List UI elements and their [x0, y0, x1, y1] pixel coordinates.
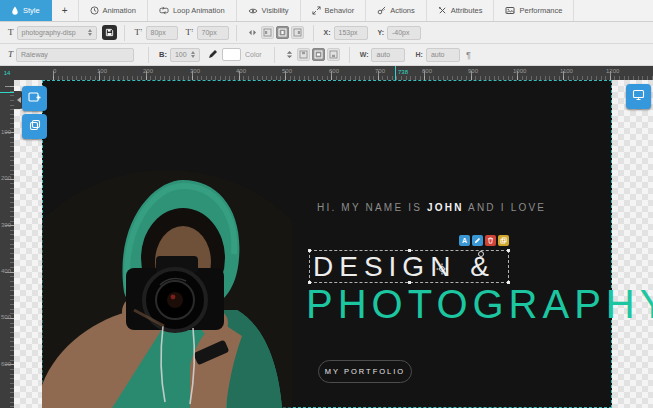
slide[interactable]: HI. MY NAME IS JOHN AND I LOVE A DESIGN … — [42, 80, 612, 408]
height-input[interactable]: auto — [426, 48, 460, 62]
preview-button[interactable] — [626, 84, 651, 109]
selection-handle[interactable] — [308, 249, 311, 252]
ruler-tick-label: 800 — [422, 68, 432, 74]
paragraph-settings-button[interactable]: ¶ — [466, 50, 471, 60]
pencil-icon — [474, 237, 481, 245]
photographer-photo — [42, 150, 292, 408]
pen-icon — [208, 49, 218, 60]
x-position-input[interactable]: 153px — [334, 26, 368, 40]
w-label: W: — [360, 51, 369, 58]
font-family-icon: T — [8, 50, 13, 59]
font-size-icon: T↑ — [135, 28, 143, 37]
weight-value: 100 — [175, 51, 187, 58]
floppy-icon — [105, 28, 114, 38]
divider — [236, 25, 237, 41]
loop-icon — [159, 6, 169, 15]
divider — [148, 47, 149, 63]
horizontal-ruler[interactable]: 0 100 200 300 400 500 600 700 800 900 10… — [14, 66, 653, 80]
ruler-corner: 14 — [0, 66, 14, 80]
tab-label: Behavior — [325, 6, 355, 15]
hero-subtitle[interactable]: HI. MY NAME IS JOHN AND I LOVE — [317, 202, 546, 213]
align-v-bottom-button[interactable] — [327, 48, 340, 61]
w-value: auto — [376, 51, 390, 58]
font-size-input[interactable]: 80px — [146, 26, 178, 40]
align-v-top-button[interactable] — [297, 48, 310, 61]
divider — [274, 47, 275, 63]
tab-behavior[interactable]: Behavior — [301, 0, 367, 21]
divider — [124, 25, 125, 41]
subtitle-prefix: HI. MY NAME IS — [317, 202, 427, 213]
selected-text-element[interactable]: DESIGN & — [309, 250, 509, 283]
edit-button[interactable] — [472, 235, 483, 246]
toolbar-typography: T photography-disp T↑ 80px T↕ 70px X: 15… — [0, 22, 653, 44]
key-icon — [377, 6, 386, 15]
ruler-tick-label: 900 — [468, 68, 478, 74]
canvas: HI. MY NAME IS JOHN AND I LOVE A DESIGN … — [14, 80, 653, 408]
selection-handle[interactable] — [507, 249, 510, 252]
add-slide-button[interactable] — [22, 86, 47, 111]
tab-animation[interactable]: Animation — [79, 0, 148, 21]
tab-label: Attributes — [451, 6, 483, 15]
tab-attributes[interactable]: Attributes — [427, 0, 495, 21]
font-family-input[interactable]: Raleway — [16, 48, 134, 62]
tab-style[interactable]: Style — [0, 0, 52, 21]
align-h-center-button[interactable] — [276, 26, 289, 39]
ruler-tick-label: 0 — [53, 68, 56, 74]
subtitle-name: JOHN — [427, 202, 464, 213]
y-value: -40px — [392, 29, 410, 36]
font-style-select[interactable]: photography-disp — [17, 26, 97, 40]
tab-performance[interactable]: Performance — [494, 0, 574, 21]
tab-label: Performance — [519, 6, 562, 15]
ruler-tick-label: 600 — [329, 68, 339, 74]
text-style-button[interactable]: A — [459, 235, 470, 246]
expand-arrows-icon — [312, 6, 321, 15]
portfolio-button[interactable]: MY PORTFOLIO — [318, 360, 412, 383]
line-height-input[interactable]: 70px — [197, 26, 229, 40]
chevron-left-icon — [17, 97, 21, 103]
cursor-y-readout: 14 — [4, 70, 11, 76]
font-weight-input[interactable]: 100 — [170, 48, 200, 62]
tab-label: Actions — [390, 6, 415, 15]
tab-bar: Style + Animation Loop Animation Visibil… — [0, 0, 653, 22]
tab-visibility[interactable]: Visibility — [237, 0, 301, 21]
drop-icon — [11, 6, 19, 15]
y-position-input[interactable]: -40px — [387, 26, 421, 40]
align-v-middle-button[interactable] — [312, 48, 325, 61]
cursor-y-marker — [0, 92, 14, 93]
save-style-button[interactable] — [102, 25, 117, 40]
add-slide-icon — [28, 91, 41, 106]
font-family-value: Raleway — [21, 51, 48, 58]
ruler-tick-label: 700 — [375, 68, 385, 74]
ruler-tick-label: 500 — [282, 68, 292, 74]
align-h-left-button[interactable] — [261, 26, 274, 39]
add-panel-tab-button[interactable]: + — [52, 0, 79, 21]
tab-label: Loop Animation — [173, 6, 225, 15]
duplicate-button[interactable] — [498, 235, 509, 246]
selection-handle[interactable] — [408, 249, 411, 252]
text-color-swatch[interactable] — [222, 48, 241, 61]
ruler-tick-label: 100 — [97, 68, 107, 74]
rotation-handle[interactable] — [478, 251, 484, 257]
align-h-right-button[interactable] — [291, 26, 304, 39]
ruler-tick-label: 600 — [1, 361, 11, 367]
tab-loop-animation[interactable]: Loop Animation — [148, 0, 237, 21]
ruler-tick-label: 1100 — [560, 68, 573, 74]
hero-title-line1: DESIGN & — [310, 253, 495, 281]
plus-label: + — [62, 5, 68, 16]
font-style-icon: T — [8, 28, 14, 37]
select-arrows-icon — [88, 29, 92, 36]
tab-actions[interactable]: Actions — [366, 0, 427, 21]
font-size-value: 80px — [151, 29, 166, 36]
weight-label: B: — [159, 50, 167, 59]
trash-icon — [487, 237, 494, 245]
h-value: auto — [431, 51, 445, 58]
tab-label: Animation — [103, 6, 136, 15]
image-icon — [505, 6, 515, 15]
duplicate-slide-button[interactable] — [22, 114, 47, 139]
vertical-ruler[interactable]: 100 200 300 400 500 600 — [0, 80, 14, 408]
hero-title-line2[interactable]: PHOTOGRAPHY — [306, 284, 653, 324]
vertical-axis-icon — [286, 50, 293, 59]
width-input[interactable]: auto — [371, 48, 405, 62]
delete-button[interactable] — [485, 235, 496, 246]
ruler-tick-label: 400 — [236, 68, 246, 74]
